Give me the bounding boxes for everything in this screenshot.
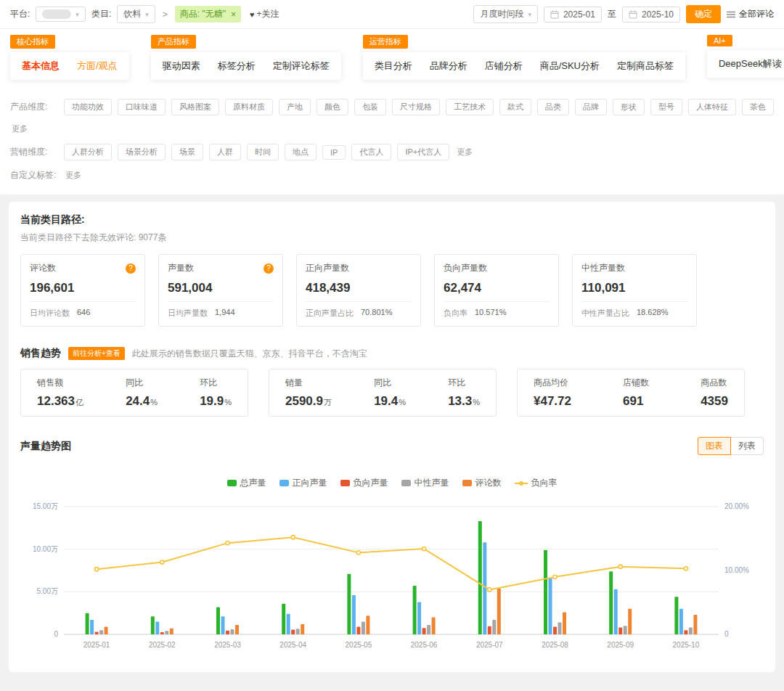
volume-trend-chart: 05.00万10.00万15.00万010.00%20.00%2025-0120…: [20, 499, 764, 656]
metric-sub-label: 中性声量占比: [581, 308, 629, 319]
nav-group-badge: 核心指标: [10, 35, 55, 49]
filter-tag[interactable]: 工艺技术: [446, 99, 494, 115]
filter-tag[interactable]: 原料材质: [225, 99, 273, 115]
metric-card: 负向声量数62,474负向率10.571%: [434, 254, 559, 327]
list-view-button[interactable]: 列表: [731, 437, 764, 455]
filter-tag[interactable]: IP: [322, 145, 346, 160]
filter-tag[interactable]: 型号: [650, 99, 682, 115]
filter-tag[interactable]: 产地: [279, 99, 311, 115]
metric-label: 负向声量数: [444, 262, 487, 274]
sales-metric: 同比24.4%: [126, 377, 158, 409]
legend-item[interactable]: 总声量: [227, 477, 266, 489]
nav-group-badge: AI+: [707, 35, 732, 46]
nav-tab[interactable]: 类目分析: [375, 60, 412, 73]
filter-tag[interactable]: 风格图案: [171, 99, 219, 115]
category-select[interactable]: 饮料 ▾: [117, 5, 155, 23]
filter-tag[interactable]: 场景: [171, 144, 203, 160]
nav-tab[interactable]: 定制商品标签: [617, 60, 674, 73]
filter-tag[interactable]: 颜色: [317, 99, 348, 115]
follow-button[interactable]: ♥ +关注: [250, 8, 279, 20]
topbar: 平台: ▾ 类目: 饮料 ▾ > 商品: "无糖" × ♥ +关注 月度时间段 …: [0, 0, 784, 29]
sales-metric-unit: %: [150, 398, 158, 406]
svg-text:2025-07: 2025-07: [476, 641, 503, 649]
divider: [444, 301, 550, 302]
legend-item[interactable]: 中性声量: [401, 477, 449, 489]
filter-tag[interactable]: 人群分析: [64, 144, 112, 160]
nav-tab[interactable]: DeepSeek解读: [719, 57, 782, 70]
filter-row-label: 营销维度:: [10, 146, 58, 158]
sales-metric-label: 店铺数: [623, 377, 649, 389]
filter-tag[interactable]: 尺寸规格: [392, 99, 440, 115]
close-icon[interactable]: ×: [231, 9, 236, 20]
more-button[interactable]: 更多: [10, 121, 29, 136]
all-comments-button[interactable]: 全部评论: [727, 8, 774, 20]
filter-tag[interactable]: 功能功效: [64, 99, 112, 115]
nav-groups: 核心指标基本信息方面/观点产品指标驱动因素标签分析定制评论标签运营指标类目分析品…: [0, 29, 784, 90]
filter-tag[interactable]: 场景分析: [118, 144, 166, 160]
filter-tag[interactable]: 包装: [354, 99, 386, 115]
product-filter-tag[interactable]: 商品: "无糖" ×: [175, 6, 241, 23]
metric-value: 62,474: [444, 281, 550, 295]
legend-item[interactable]: 负向声量: [340, 477, 388, 489]
nav-tab[interactable]: 商品/SKU分析: [540, 60, 600, 73]
nav-tab[interactable]: 方面/观点: [77, 60, 118, 73]
end-date-value: 2025-10: [642, 9, 674, 20]
nav-tab[interactable]: 基本信息: [22, 60, 60, 73]
filter-tag[interactable]: IP+代言人: [397, 144, 449, 160]
sales-metric-unit: 万: [324, 398, 332, 406]
sales-trend-section: 销售趋势 前往分析+查看 此处展示的销售数据只覆盖天猫、京东、抖音平台，不含淘宝…: [20, 347, 764, 417]
filter-tag[interactable]: 口味味道: [118, 99, 166, 115]
time-granularity-select[interactable]: 月度时间段 ▾: [473, 5, 538, 23]
nav-tab[interactable]: 定制评论标签: [273, 60, 330, 73]
more-button[interactable]: 更多: [64, 168, 83, 183]
nav-tab[interactable]: 标签分析: [218, 60, 256, 73]
help-icon[interactable]: ?: [126, 263, 136, 274]
metric-sub-row: 日均声量数1,944: [168, 308, 274, 319]
metric-card: 声量数?591,004日均声量数1,944: [158, 254, 283, 327]
filter-tag[interactable]: 品类: [537, 99, 569, 115]
platform-select[interactable]: ▾: [36, 7, 86, 22]
metric-sub-row: 负向率10.571%: [444, 308, 550, 319]
svg-text:0: 0: [724, 630, 729, 638]
nav-group-badge: 运营指标: [363, 35, 408, 49]
breadcrumb-separator: >: [163, 9, 168, 20]
nav-tab[interactable]: 驱动因素: [163, 60, 200, 73]
start-date-input[interactable]: 2025-01: [544, 7, 602, 23]
legend-item[interactable]: 评论数: [462, 477, 502, 489]
help-icon[interactable]: ?: [264, 263, 274, 274]
go-to-analysis-button[interactable]: 前往分析+查看: [68, 347, 125, 360]
chart-view-button[interactable]: 图表: [698, 437, 731, 455]
filter-tag[interactable]: 茶色: [742, 99, 774, 115]
filter-tag[interactable]: 款式: [499, 99, 531, 115]
svg-text:2025-01: 2025-01: [83, 641, 110, 649]
sales-metric-value: 24.4%: [126, 394, 158, 409]
sales-box: 商品均价¥47.72店铺数691商品数4359: [517, 369, 745, 417]
nav-tab[interactable]: 店铺分析: [485, 60, 523, 73]
filter-tag[interactable]: 人体特征: [688, 99, 736, 115]
filter-tag[interactable]: 时间: [247, 144, 279, 160]
nav-tab-box: 基本信息方面/观点: [10, 52, 129, 80]
calendar-icon: [550, 10, 559, 19]
sales-box: 销售额12.363亿同比24.4%环比19.9%: [20, 369, 248, 417]
more-button[interactable]: 更多: [455, 144, 474, 160]
filter-tag[interactable]: 人群: [209, 144, 241, 160]
filter-tag[interactable]: 代言人: [351, 144, 391, 160]
nav-tab[interactable]: 品牌分析: [430, 60, 467, 73]
sales-metric-label: 环比: [448, 377, 480, 389]
sales-metric-label: 商品数: [701, 377, 728, 389]
volume-trend-section: 声量趋势图 图表列表 总声量正向声量负向声量中性声量评论数负向率 05.00万1…: [20, 437, 764, 656]
legend-swatch: [279, 480, 289, 486]
legend-item[interactable]: 负向率: [515, 477, 558, 489]
filter-tag[interactable]: 形状: [613, 99, 645, 115]
end-date-input[interactable]: 2025-10: [622, 7, 680, 23]
legend-swatch: [227, 480, 237, 486]
category-label: 类目:: [91, 8, 111, 20]
filter-tag[interactable]: 地点: [285, 144, 317, 160]
metric-sub-value: 70.801%: [361, 308, 392, 319]
metric-value: 110,091: [581, 281, 687, 295]
confirm-button[interactable]: 确定: [686, 5, 721, 23]
sales-metric: 同比19.4%: [374, 377, 406, 409]
sales-metric-label: 商品均价: [534, 377, 571, 389]
filter-tag[interactable]: 品牌: [575, 99, 607, 115]
legend-item[interactable]: 正向声量: [279, 477, 327, 489]
